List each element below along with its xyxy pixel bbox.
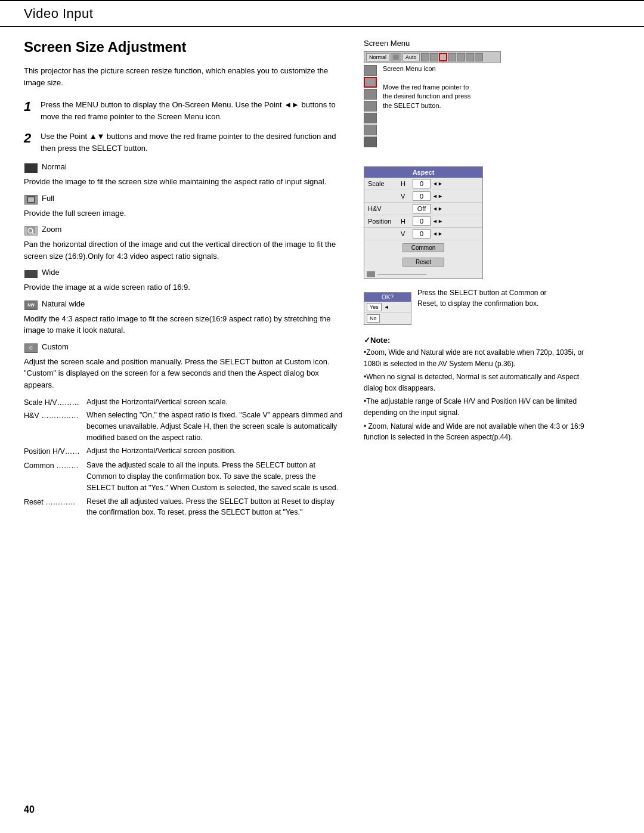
svg-rect-1 [28, 197, 34, 202]
scale-row-4: Reset ………… Reset the all adjusted values… [24, 496, 346, 519]
zoom-icon [24, 225, 38, 236]
zoom-desc: Pan the horizontal direction of the imag… [24, 239, 346, 262]
aspect-pos-v-label: V [401, 230, 413, 237]
aspect-pos-label: Position [368, 218, 401, 225]
aspect-pos-h-label: H [401, 218, 413, 225]
aspect-scale-v-arrow: ◄► [432, 193, 443, 199]
step-2-text: Use the Point ▲▼ buttons and move the re… [41, 131, 346, 154]
wide-item: Wide [24, 268, 346, 279]
note-0: •Zoom, Wide and Natural wide are not ava… [364, 347, 584, 369]
aspect-small-icon [367, 271, 375, 277]
main-content: Screen Size Adjustment This projector ha… [0, 27, 644, 543]
wide-desc: Provide the image at a wide screen ratio… [24, 281, 346, 293]
page-title: Screen Size Adjustment [24, 39, 346, 55]
natural-wide-item: NW Natural wide [24, 299, 346, 311]
menu-visual: Normal Auto [364, 51, 501, 148]
move-desc: Move the red frame pointer to the desire… [383, 83, 478, 110]
scale-table: Scale H/V……… Adjust the Horizontal/Verti… [24, 397, 346, 518]
no-button[interactable]: No [367, 314, 380, 323]
page-number: 40 [24, 804, 35, 815]
aspect-hv-label: H&V [368, 205, 401, 212]
scale-key-1: H&V …………… [24, 410, 86, 422]
zoom-label: Zoom [42, 225, 61, 234]
common-button[interactable]: Common [402, 243, 444, 252]
natural-wide-label: Natural wide [42, 299, 85, 308]
note-3: • Zoom, Natural wide and Wide are not av… [364, 421, 584, 443]
step-2-number: 2 [24, 131, 41, 146]
scale-row-3: Common ……… Save the adjusted scale to al… [24, 460, 346, 493]
custom-icon: C [24, 343, 38, 354]
custom-item: C Custom [24, 342, 346, 354]
full-icon [24, 194, 38, 205]
scale-val-4: Reset the all adjusted values. Press the… [86, 496, 346, 519]
aspect-pos-h-row: Position H 0 ◄► [364, 215, 482, 228]
aspect-dialog: Aspect Scale H 0 ◄► V 0 ◄► H&V Off ◄► [364, 166, 483, 279]
callout-block: Screen Menu icon Move the red frame poin… [383, 65, 478, 110]
screen-menu-label: Screen Menu [364, 39, 584, 48]
step-1: 1 Press the MENU button to display the O… [24, 99, 346, 122]
ok-section: OK? Yes ◄ No Press the SELECT button at … [364, 287, 584, 325]
step-1-number: 1 [24, 99, 41, 114]
ok-dialog: OK? Yes ◄ No [364, 292, 411, 325]
aspect-scale-h-arrow: ◄► [432, 181, 443, 187]
scale-val-3: Save the adjusted scale to all the input… [86, 460, 346, 493]
yes-row: Yes ◄ [364, 302, 411, 313]
scale-key-3: Common ……… [24, 460, 86, 472]
aspect-bottom-icon-row: ───────────── [364, 270, 482, 278]
scale-row-2: Position H/V…… Adjust the Horizontal/Ver… [24, 445, 346, 457]
normal-desc: Provide the image to fit the screen size… [24, 176, 346, 188]
full-desc: Provide the full screen image. [24, 208, 346, 219]
left-column: Screen Size Adjustment This projector ha… [24, 39, 358, 519]
custom-desc: Adjust the screen scale and position man… [24, 356, 346, 391]
side-icons [364, 65, 377, 148]
aspect-scale-label: Scale [368, 180, 401, 187]
aspect-pos-v-arrow: ◄► [432, 231, 443, 237]
screen-menu-icon-label: Screen Menu icon [383, 65, 478, 72]
aspect-scale-h-row: Scale H 0 ◄► [364, 178, 482, 190]
normal-item: Normal [24, 162, 346, 174]
note-1: •When no signal is detected, Normal is s… [364, 371, 584, 394]
wide-label: Wide [42, 268, 60, 277]
aspect-pos-h-arrow: ◄► [432, 218, 443, 224]
note-2: •The adjustable range of Scale H/V and P… [364, 396, 584, 418]
natural-wide-icon: NW [24, 300, 38, 311]
aspect-hv-arrow: ◄► [432, 206, 443, 212]
ok-arrow: ◄ [384, 304, 389, 310]
ok-callout-text: Press the SELECT button at Common or Res… [417, 287, 549, 309]
reset-btn-row: Reset [364, 255, 482, 270]
scale-val-2: Adjust the Horizontal/Vertical screen po… [86, 445, 346, 457]
header-bar: Video Input [0, 0, 644, 27]
scale-val-0: Adjust the Horizontal/Vertical screen sc… [86, 397, 346, 408]
normal-label: Normal [42, 162, 67, 171]
scale-row-1: H&V …………… When selecting "On," the aspec… [24, 410, 346, 443]
step-1-text: Press the MENU button to display the On-… [41, 99, 346, 122]
aspect-scale-v-row: V 0 ◄► [364, 190, 482, 203]
intro-text: This projector has the picture screen re… [24, 65, 346, 88]
ok-dialog-wrapper: OK? Yes ◄ No [364, 287, 411, 325]
scale-key-0: Scale H/V……… [24, 397, 86, 408]
note-title: ✓Note: [364, 336, 584, 345]
header-title: Video Input [24, 6, 93, 21]
scale-val-1: When selecting "On," the aspect ratio is… [86, 410, 346, 443]
full-item: Full [24, 194, 346, 205]
common-btn-row: Common [364, 240, 482, 255]
wide-icon [24, 268, 38, 279]
yes-button[interactable]: Yes [367, 303, 382, 311]
svg-rect-5 [393, 55, 399, 60]
aspect-pos-v-value: 0 [413, 229, 431, 239]
aspect-title: Aspect [364, 167, 482, 178]
natural-wide-desc: Modify the 4:3 aspect ratio image to fit… [24, 313, 346, 336]
aspect-scale-h-value: 0 [413, 179, 431, 188]
aspect-hv-row: H&V Off ◄► [364, 203, 482, 215]
aspect-bottom-text: ───────────── [377, 271, 427, 277]
ok-title: OK? [364, 293, 411, 302]
normal-icon [24, 163, 38, 174]
note-section: ✓Note: •Zoom, Wide and Natural wide are … [364, 336, 584, 443]
scale-row-0: Scale H/V……… Adjust the Horizontal/Verti… [24, 397, 346, 408]
zoom-item: Zoom [24, 225, 346, 236]
right-column: Screen Menu Normal Auto [358, 39, 584, 519]
aspect-h-label: H [401, 180, 413, 187]
reset-button[interactable]: Reset [402, 258, 444, 267]
scale-key-2: Position H/V…… [24, 445, 86, 457]
aspect-pos-v-row: V 0 ◄► [364, 228, 482, 240]
